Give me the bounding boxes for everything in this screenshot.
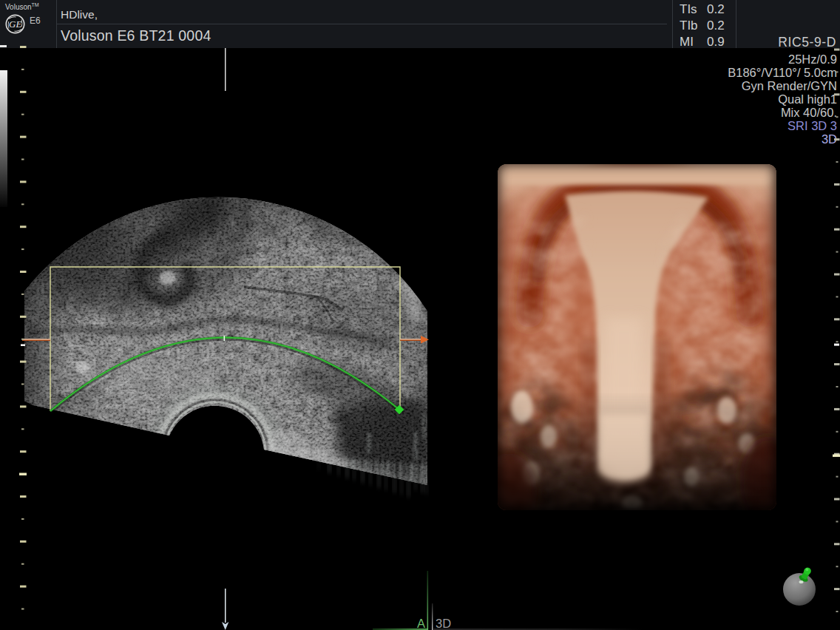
svg-text:GE: GE [9, 18, 21, 30]
